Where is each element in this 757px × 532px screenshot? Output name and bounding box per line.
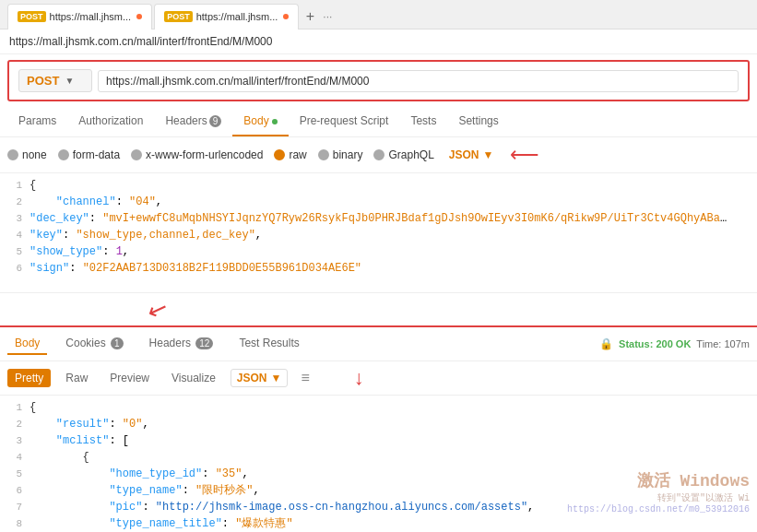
- tab-authorization[interactable]: Authorization: [67, 107, 154, 136]
- request-code-editor[interactable]: 1 { 2 "channel": "04", 3 "dec_key": "mvI…: [0, 173, 757, 293]
- response-tab-body[interactable]: Body: [7, 333, 47, 355]
- resp-line-5-text: "home_type_id": "35",: [30, 466, 249, 482]
- request-url-input[interactable]: [98, 70, 739, 92]
- more-tabs-dots: ···: [323, 10, 332, 23]
- body-type-row: none form-data x-www-form-urlencoded raw…: [0, 137, 757, 173]
- cookies-badge: 1: [111, 337, 124, 349]
- radio-none[interactable]: none: [7, 148, 47, 161]
- resp-headers-badge: 12: [195, 337, 213, 349]
- tab-headers[interactable]: Headers9: [154, 107, 232, 136]
- code-line-2-text: "channel": "04",: [30, 194, 162, 210]
- current-url: https://mall.jhsmk.com.cn/mall/interf/fr…: [9, 35, 272, 48]
- tab1-method-badge: POST: [18, 11, 46, 22]
- radio-urlencoded-circle: [131, 149, 142, 160]
- radio-urlencoded-label: x-www-form-urlencoded: [146, 148, 263, 161]
- browser-tab-1[interactable]: POST https://mall.jhsm...: [7, 4, 152, 30]
- radio-none-circle: [7, 149, 18, 160]
- code-line-4-text: "key": "show_type,channel,dec_key",: [30, 227, 262, 243]
- tab-params[interactable]: Params: [7, 107, 67, 136]
- format-tab-visualize[interactable]: Visualize: [164, 369, 223, 387]
- response-format-row: Pretty Raw Preview Visualize JSON ▼ ≡ ↓: [0, 361, 757, 396]
- browser-tab-2[interactable]: POST https://mall.jhsm...: [154, 4, 299, 30]
- tab1-dot: [136, 14, 142, 19]
- radio-form-data-circle: [58, 149, 69, 160]
- arrow-annotation-2: ↙: [143, 292, 172, 326]
- radio-graphql[interactable]: GraphQL: [373, 148, 433, 161]
- response-tab-test-results[interactable]: Test Results: [231, 333, 306, 355]
- arrow-annotation-3: ↓: [354, 366, 364, 390]
- format-dropdown[interactable]: JSON ▼: [449, 148, 494, 161]
- response-format-chevron: ▼: [271, 372, 282, 384]
- method-value: POST: [27, 74, 59, 88]
- browser-tabs-bar: POST https://mall.jhsm... POST https://m…: [0, 0, 757, 30]
- radio-form-data-label: form-data: [73, 148, 120, 161]
- radio-none-label: none: [22, 148, 47, 161]
- format-tab-preview[interactable]: Preview: [102, 369, 157, 387]
- tab-prerequest[interactable]: Pre-request Script: [289, 107, 400, 136]
- code-line-4: 4 "key": "show_type,channel,dec_key",: [0, 227, 757, 243]
- tab2-url: https://mall.jhsm...: [196, 11, 278, 22]
- resp-line-2-text: "result": "0",: [30, 416, 149, 432]
- arrow-annotation-row-2: ↙: [0, 293, 757, 325]
- format-tab-raw[interactable]: Raw: [58, 369, 95, 387]
- code-line-1: 1 {: [0, 177, 757, 194]
- time-text: Time: 107m: [696, 338, 750, 349]
- resp-code-line-4: 4 {: [0, 449, 757, 466]
- code-line-5: 5 "show_type": 1,: [0, 243, 757, 260]
- response-format-dropdown[interactable]: JSON ▼: [231, 369, 289, 387]
- resp-line-1-text: {: [30, 399, 36, 416]
- request-section: POST ▼: [7, 60, 750, 101]
- status-info: 🔒 Status: 200 OK Time: 107m: [599, 337, 750, 350]
- lock-icon: 🔒: [599, 337, 613, 350]
- radio-raw-label: raw: [289, 148, 306, 161]
- radio-raw[interactable]: raw: [274, 148, 306, 161]
- method-chevron: ▼: [65, 76, 74, 86]
- radio-raw-circle: [274, 149, 285, 160]
- code-line-3-text: "dec_key": "mvI+ewwfC8uMqbNHSYIJqnzYQ7Ry…: [30, 210, 730, 227]
- resp-code-line-5: 5 "home_type_id": "35",: [0, 466, 757, 482]
- resp-line-8-text: "type_name_title": "爆款特惠": [30, 515, 293, 532]
- resp-code-line-2: 2 "result": "0",: [0, 416, 757, 432]
- radio-binary[interactable]: binary: [318, 148, 363, 161]
- resp-code-line-7: 7 "pic": "http://jhsmk-image.oss-cn-hang…: [0, 499, 757, 515]
- tab1-url: https://mall.jhsm...: [50, 11, 132, 22]
- resp-code-line-6: 6 "type_name": "限时秒杀",: [0, 482, 757, 499]
- radio-binary-circle: [318, 149, 329, 160]
- response-header: Body Cookies 1 Headers 12 Test Results 🔒…: [0, 325, 757, 361]
- code-line-6: 6 "sign": "02F2AAB713D0318B2F119BDD0E55B…: [0, 260, 757, 277]
- response-tab-headers[interactable]: Headers 12: [142, 333, 221, 355]
- code-line-1-text: {: [30, 177, 36, 194]
- tab-body[interactable]: Body: [232, 107, 288, 136]
- format-label: JSON: [449, 148, 479, 161]
- tab-settings[interactable]: Settings: [447, 107, 509, 136]
- url-bar: https://mall.jhsmk.com.cn/mall/interf/fr…: [0, 30, 757, 54]
- code-line-2: 2 "channel": "04",: [0, 194, 757, 210]
- resp-line-3-text: "mclist": [: [30, 432, 129, 449]
- response-format-label: JSON: [237, 372, 267, 384]
- request-tab-nav: Params Authorization Headers9 Body Pre-r…: [0, 107, 757, 137]
- radio-form-data[interactable]: form-data: [58, 148, 120, 161]
- code-line-5-text: "show_type": 1,: [30, 243, 129, 260]
- new-tab-button[interactable]: +: [301, 7, 319, 26]
- tab-tests[interactable]: Tests: [399, 107, 447, 136]
- radio-urlencoded[interactable]: x-www-form-urlencoded: [131, 148, 263, 161]
- resp-code-line-8: 8 "type_name_title": "爆款特惠": [0, 515, 757, 532]
- headers-badge: 9: [209, 115, 222, 127]
- response-tab-cookies[interactable]: Cookies 1: [58, 333, 130, 355]
- resp-code-line-1: 1 {: [0, 399, 757, 416]
- body-dot-indicator: [272, 119, 278, 124]
- resp-line-6-text: "type_name": "限时秒杀",: [30, 482, 260, 499]
- tab2-dot: [283, 14, 289, 19]
- code-line-3: 3 "dec_key": "mvI+ewwfC8uMqbNHSYIJqnzYQ7…: [0, 210, 757, 227]
- resp-code-line-3: 3 "mclist": [: [0, 432, 757, 449]
- format-tab-pretty[interactable]: Pretty: [7, 369, 51, 387]
- method-select[interactable]: POST ▼: [18, 69, 92, 92]
- code-line-6-text: "sign": "02F2AAB713D0318B2F119BDD0E55B96…: [30, 260, 361, 277]
- request-url-row: POST ▼: [18, 69, 739, 92]
- arrow-annotation-1: ⟵: [510, 143, 539, 167]
- filter-icon[interactable]: ≡: [301, 370, 309, 386]
- radio-graphql-circle: [373, 149, 384, 160]
- resp-line-4-text: {: [30, 449, 89, 466]
- resp-line-7-text: "pic": "http://jhsmk-image.oss-cn-hangzh…: [30, 499, 534, 515]
- response-code-area[interactable]: 1 { 2 "result": "0", 3 "mclist": [ 4 { 5…: [0, 396, 757, 532]
